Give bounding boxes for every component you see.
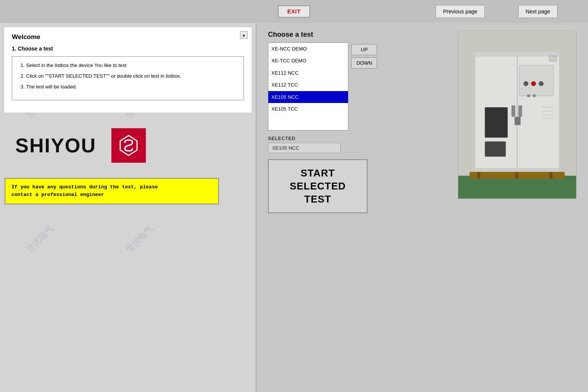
list-item-3[interactable]: XE112 TCC xyxy=(268,79,348,91)
scroll-up-button[interactable]: ▲ xyxy=(240,31,248,39)
svg-rect-2 xyxy=(458,176,576,199)
left-content: ▲ Welcome 1. Choose a test Select in the… xyxy=(4,27,252,113)
svg-point-18 xyxy=(539,82,544,86)
main-layout: 世优电气 世优电气 世优电气 世优电气 ▲ Welcome 1. Choose … xyxy=(0,23,588,392)
list-item-4[interactable]: XE105 NCC xyxy=(268,91,348,103)
warning-box: If you have any questions during the tes… xyxy=(5,178,219,205)
listbox-container: XE-NCC DEMOXE-TCC DEMOXE112 NCCXE112 TCC… xyxy=(268,42,450,131)
down-button[interactable]: DOWN xyxy=(351,57,377,69)
svg-point-16 xyxy=(524,82,528,86)
welcome-title: Welcome xyxy=(12,33,244,41)
next-page-button[interactable]: Next page xyxy=(518,5,557,18)
svg-rect-5 xyxy=(515,172,518,179)
listbox-controls: UP DOWN xyxy=(351,44,377,69)
choose-test-label: Choose a test xyxy=(268,31,450,39)
watermark-3: 世优电气 xyxy=(24,223,56,255)
svg-rect-19 xyxy=(485,107,508,137)
instructions-box: Select in the listbox the device You lik… xyxy=(12,56,244,100)
list-item-0[interactable]: XE-NCC DEMO xyxy=(268,43,348,55)
svg-rect-28 xyxy=(475,168,559,172)
right-panel: Choose a test XE-NCC DEMOXE-TCC DEMOXE11… xyxy=(256,23,588,392)
svg-point-27 xyxy=(533,94,536,97)
top-bar: EXIT Previous page Next page xyxy=(0,0,588,23)
choose-test-section: Choose a test XE-NCC DEMOXE-TCC DEMOXE11… xyxy=(268,31,577,213)
svg-rect-25 xyxy=(514,117,521,125)
svg-rect-15 xyxy=(519,65,553,96)
test-listbox[interactable]: XE-NCC DEMOXE-TCC DEMOXE112 NCCXE112 TCC… xyxy=(268,42,348,131)
shiyou-text: SHIYOU xyxy=(15,134,96,157)
shiyou-logo xyxy=(111,128,146,163)
watermark-4: 世优电气 xyxy=(123,223,155,255)
instruction-1: Select in the listbox the device You lik… xyxy=(26,62,237,69)
up-button[interactable]: UP xyxy=(351,44,377,55)
svg-rect-10 xyxy=(511,105,515,117)
selected-value: XE105 NCC xyxy=(268,143,341,153)
list-item-2[interactable]: XE112 NCC xyxy=(268,67,348,79)
choose-test-left: Choose a test XE-NCC DEMOXE-TCC DEMOXE11… xyxy=(268,31,450,213)
prev-page-button[interactable]: Previous page xyxy=(436,5,485,18)
list-item-5[interactable]: XE105 TCC xyxy=(268,103,348,115)
exit-button[interactable]: EXIT xyxy=(278,5,310,18)
instruction-2: Click on ""START SELECTED TEST"" or doub… xyxy=(26,73,237,80)
svg-point-26 xyxy=(527,94,530,97)
start-test-button[interactable]: START SELECTED TEST xyxy=(268,159,368,213)
left-panel: 世优电气 世优电气 世优电气 世优电气 ▲ Welcome 1. Choose … xyxy=(0,23,256,392)
list-item-1[interactable]: XE-TCC DEMO xyxy=(268,55,348,67)
svg-point-17 xyxy=(531,82,536,86)
svg-rect-6 xyxy=(549,172,552,179)
instruction-3: The test will be loaded. xyxy=(26,83,237,90)
device-image xyxy=(458,31,577,199)
svg-rect-4 xyxy=(477,172,480,179)
svg-rect-11 xyxy=(518,105,522,117)
cabinet-svg xyxy=(458,31,576,199)
warning-text: If you have any questions during the tes… xyxy=(11,183,212,199)
svg-rect-20 xyxy=(485,142,506,157)
choose-test-heading: 1. Choose a test xyxy=(12,46,244,52)
logo-area: SHIYOU xyxy=(0,117,256,174)
shiyou-logo-svg xyxy=(117,134,140,157)
selected-label: SELECTED xyxy=(268,136,450,141)
svg-rect-12 xyxy=(549,56,556,61)
selected-section: SELECTED XE105 NCC xyxy=(268,136,450,153)
